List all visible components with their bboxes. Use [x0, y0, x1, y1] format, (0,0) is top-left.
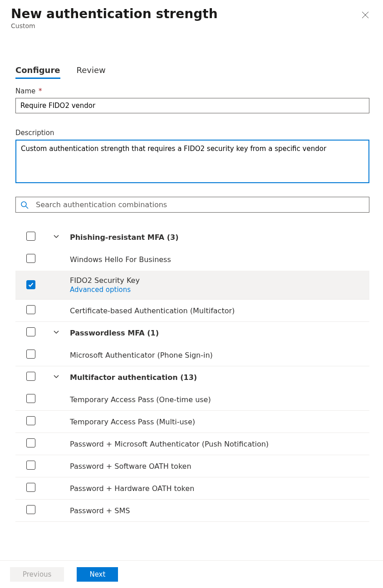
group-checkbox-passwordless[interactable] — [26, 327, 35, 336]
group-row-passwordless: Passwordless MFA (1) — [15, 322, 369, 344]
search-box[interactable] — [15, 197, 369, 213]
item-checkbox-msauth[interactable] — [26, 350, 35, 359]
item-row-pwd-hard: Password + Hardware OATH token — [15, 477, 369, 500]
name-input[interactable] — [15, 98, 369, 113]
close-button[interactable] — [358, 8, 372, 23]
item-row-pwd-push: Password + Microsoft Authenticator (Push… — [15, 433, 369, 455]
item-row-fido2: FIDO2 Security Key Advanced options — [15, 271, 369, 300]
item-label-pwd-sms: Password + SMS — [70, 506, 369, 515]
item-row-tap-multi: Temporary Access Pass (Multi-use) — [15, 411, 369, 433]
svg-point-2 — [21, 202, 26, 207]
scroll-region[interactable]: Configure Review Name * Description Phis… — [0, 50, 383, 556]
item-label-whfb: Windows Hello For Business — [70, 255, 369, 264]
item-checkbox-pwd-sms[interactable] — [26, 505, 35, 514]
item-checkbox-whfb[interactable] — [26, 254, 35, 263]
item-label-msauth: Microsoft Authenticator (Phone Sign-in) — [70, 351, 369, 360]
footer: Previous Next — [0, 560, 383, 588]
svg-line-3 — [26, 206, 28, 209]
search-input[interactable] — [35, 200, 364, 209]
item-label-tap-one: Temporary Access Pass (One-time use) — [70, 395, 369, 404]
group-checkbox-phishing[interactable] — [26, 232, 35, 241]
chevron-down-icon — [53, 328, 60, 335]
item-checkbox-pwd-soft[interactable] — [26, 461, 35, 470]
close-icon — [361, 11, 369, 19]
group-checkbox-mfa[interactable] — [26, 372, 35, 381]
group-label-passwordless: Passwordless MFA (1) — [70, 329, 369, 337]
description-label: Description — [15, 129, 369, 137]
chevron-down-icon — [53, 233, 60, 240]
item-checkbox-tap-multi[interactable] — [26, 416, 35, 425]
item-row-tap-one: Temporary Access Pass (One-time use) — [15, 389, 369, 411]
item-checkbox-fido2[interactable] — [26, 280, 35, 289]
item-label-cba: Certificate-based Authentication (Multif… — [70, 306, 369, 315]
item-row-cba: Certificate-based Authentication (Multif… — [15, 300, 369, 322]
description-input[interactable] — [15, 140, 369, 183]
required-star: * — [36, 87, 42, 95]
page-title: New authentication strength — [11, 6, 218, 21]
item-checkbox-pwd-push[interactable] — [26, 438, 35, 447]
item-checkbox-pwd-hard[interactable] — [26, 483, 35, 492]
next-button[interactable]: Next — [77, 567, 118, 582]
previous-button[interactable]: Previous — [10, 567, 64, 582]
item-label-pwd-hard: Password + Hardware OATH token — [70, 484, 369, 493]
group-label-phishing: Phishing-resistant MFA (3) — [70, 233, 369, 242]
name-label: Name * — [15, 87, 369, 95]
group-chevron-mfa[interactable] — [53, 373, 60, 382]
item-row-whfb: Windows Hello For Business — [15, 248, 369, 271]
group-label-mfa: Multifactor authentication (13) — [70, 373, 369, 382]
item-checkbox-cba[interactable] — [26, 305, 35, 314]
group-chevron-phishing[interactable] — [53, 233, 60, 242]
group-chevron-passwordless[interactable] — [53, 328, 60, 337]
fido2-advanced-options-link[interactable]: Advanced options — [70, 286, 369, 294]
chevron-down-icon — [53, 373, 60, 380]
page-subtitle: Custom — [11, 22, 218, 29]
group-row-mfa: Multifactor authentication (13) — [15, 366, 369, 389]
item-row-pwd-soft: Password + Software OATH token — [15, 455, 369, 477]
check-icon — [28, 282, 34, 288]
search-icon — [20, 201, 29, 209]
item-row-msauth: Microsoft Authenticator (Phone Sign-in) — [15, 344, 369, 366]
item-label-pwd-soft: Password + Software OATH token — [70, 462, 369, 471]
item-row-pwd-sms: Password + SMS — [15, 500, 369, 522]
tab-configure[interactable]: Configure — [15, 63, 60, 79]
item-label-fido2: FIDO2 Security Key — [70, 276, 369, 285]
group-row-phishing: Phishing-resistant MFA (3) — [15, 226, 369, 248]
name-label-text: Name — [15, 87, 35, 95]
item-label-pwd-push: Password + Microsoft Authenticator (Push… — [70, 440, 369, 448]
item-checkbox-tap-one[interactable] — [26, 394, 35, 403]
tab-review[interactable]: Review — [77, 63, 106, 79]
item-label-tap-multi: Temporary Access Pass (Multi-use) — [70, 418, 369, 426]
